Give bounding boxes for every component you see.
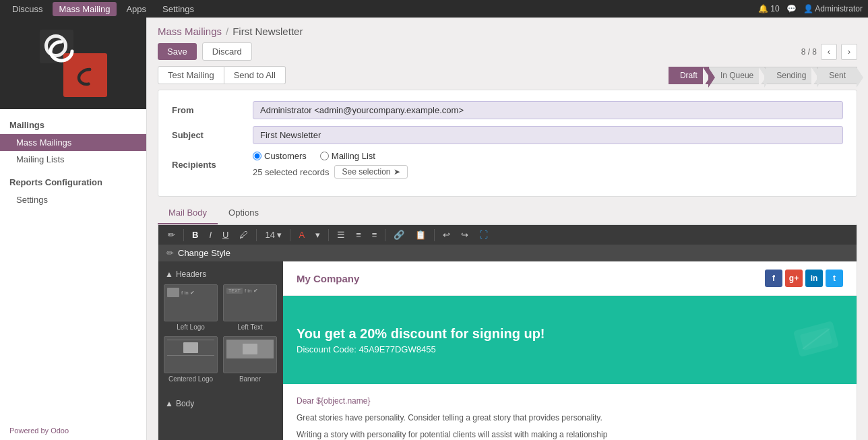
color-btn[interactable]: A [294, 228, 309, 242]
nav-apps[interactable]: Apps [119, 2, 153, 16]
test-mailing-button[interactable]: Test Mailing [158, 66, 224, 84]
template-centered-logo[interactable]: Centered Logo [164, 336, 218, 383]
fullscreen-btn[interactable]: ⛶ [475, 228, 492, 242]
company-name: My Company [297, 273, 359, 284]
ul-btn[interactable]: ☰ [333, 228, 349, 242]
email-banner: You get a 20% discount for signing up! D… [283, 296, 857, 384]
tabs-bar: Mail Body Options [158, 202, 857, 224]
nav-settings[interactable]: Settings [156, 2, 201, 16]
sidebar-item-settings[interactable]: Settings [0, 191, 146, 208]
breadcrumb-separator: / [226, 26, 228, 37]
nav-mass-mailing[interactable]: Mass Mailing [53, 2, 117, 16]
from-input[interactable] [253, 101, 843, 119]
banner-heading: You get a 20% discount for signing up! [297, 326, 545, 342]
table-btn[interactable]: 📋 [411, 228, 430, 242]
change-style-label[interactable]: Change Style [178, 248, 230, 258]
highlight-btn[interactable]: 🖊 [235, 228, 252, 242]
sidebar-item-mass-mailings[interactable]: Mass Mailings [0, 134, 146, 151]
edit-mode-btn[interactable]: ✏ [164, 228, 179, 242]
color-dropdown-btn[interactable]: ▾ [311, 228, 324, 242]
main-layout: Mailings Mass Mailings Mailing Lists Rep… [0, 18, 868, 440]
template-label-left-text: Left Text [223, 323, 277, 331]
editor-area: ✏ B I U 🖊 14 ▾ A ▾ ☰ ≡ ≡ 🔗 📋 ↩ [158, 224, 857, 440]
template-left-text[interactable]: TEXT f in ✔ Left Text [223, 284, 277, 331]
toolbar-sep-3 [290, 229, 290, 241]
template-left-logo[interactable]: f in ✔ Left Logo [164, 284, 218, 331]
bold-btn[interactable]: B [188, 228, 202, 242]
facebook-icon[interactable]: f [765, 270, 782, 287]
twitter-icon[interactable]: t [826, 270, 843, 287]
template-thumb-left-logo: f in ✔ [164, 284, 218, 321]
social-icons: f g+ in t [765, 270, 843, 287]
sidebar-nav: Mailings Mass Mailings Mailing Lists Rep… [0, 109, 146, 421]
main-toolbar: Save Discard 8 / 8 ‹ › [147, 42, 868, 66]
ol-btn[interactable]: ≡ [352, 228, 365, 242]
toolbar-sep-5 [385, 229, 385, 241]
subject-input[interactable] [253, 126, 843, 144]
from-row: From [172, 101, 843, 119]
template-label-left-logo: Left Logo [164, 323, 218, 331]
subject-label: Subject [172, 130, 253, 140]
email-banner-text: You get a 20% discount for signing up! D… [297, 326, 545, 354]
topnav-right: 🔔 10 💬 👤 Administrator [758, 4, 863, 13]
nav-discuss[interactable]: Discuss [5, 2, 50, 16]
template-thumb-banner [223, 336, 277, 373]
recipients-radio-group: Customers Mailing List [253, 151, 843, 161]
linkedin-icon[interactable]: in [805, 270, 823, 287]
template-thumb-centered-logo [164, 336, 218, 373]
align-btn[interactable]: ≡ [368, 228, 381, 242]
recipients-options: Customers Mailing List 25 selected recor… [253, 151, 843, 179]
headers-section-title: ▲ Headers [158, 267, 283, 282]
reports-section-title: Reports Configuration [0, 173, 146, 191]
page-counter: 8 / 8 [801, 47, 817, 57]
status-bar: Test Mailing Send to All Draft In Queue … [147, 66, 868, 90]
template-thumb-left-text: TEXT f in ✔ [223, 284, 277, 321]
template-banner[interactable]: Banner [223, 336, 277, 383]
body-section-title: ▲ Body [158, 396, 283, 411]
email-body-text1: Great stories have personality. Consider… [297, 412, 843, 425]
user-avatar[interactable]: 👤 Administrator [803, 4, 863, 13]
toolbar-sep-6 [434, 229, 435, 241]
breadcrumb-parent-link[interactable]: Mass Mailings [158, 26, 222, 37]
notification-icon[interactable]: 🔔 10 [758, 4, 780, 13]
undo-btn[interactable]: ↩ [439, 228, 454, 242]
tab-options[interactable]: Options [218, 202, 270, 224]
logo [40, 30, 107, 97]
editor-toolbar: ✏ B I U 🖊 14 ▾ A ▾ ☰ ≡ ≡ 🔗 📋 ↩ [158, 225, 857, 245]
prev-page-button[interactable]: ‹ [821, 44, 837, 60]
recipients-label: Recipients [172, 160, 253, 170]
sidebar-logo [0, 18, 146, 109]
discard-button[interactable]: Discard [202, 42, 252, 61]
italic-btn[interactable]: I [205, 228, 216, 242]
googleplus-icon[interactable]: g+ [785, 270, 803, 287]
template-label-centered-logo: Centered Logo [164, 375, 218, 383]
radio-mailing-list[interactable]: Mailing List [320, 151, 375, 161]
chat-icon[interactable]: 💬 [786, 4, 797, 13]
status-sending[interactable]: Sending [765, 67, 817, 84]
see-selection-button[interactable]: See selection ➤ [334, 165, 407, 179]
template-label-banner: Banner [223, 375, 277, 383]
email-preview: My Company f g+ in t You get a 20% disco… [283, 261, 857, 440]
breadcrumb-current: First Newsletter [232, 26, 303, 37]
next-page-button[interactable]: › [841, 44, 857, 60]
underline-btn[interactable]: U [218, 228, 232, 242]
recipients-row: Recipients Customers Mailing List 25 sel… [172, 151, 843, 179]
send-to-all-button[interactable]: Send to All [224, 66, 286, 84]
sidebar-item-mailing-lists[interactable]: Mailing Lists [0, 151, 146, 168]
font-size-btn[interactable]: 14 ▾ [261, 228, 286, 242]
redo-btn[interactable]: ↪ [457, 228, 472, 242]
save-button[interactable]: Save [158, 43, 197, 60]
radio-customers[interactable]: Customers [253, 151, 307, 161]
tab-mail-body[interactable]: Mail Body [158, 202, 218, 224]
subject-row: Subject [172, 126, 843, 144]
status-in-queue[interactable]: In Queue [709, 67, 765, 84]
email-dear: Dear ${object.name} [297, 395, 843, 408]
banner-icon [789, 312, 843, 368]
breadcrumb: Mass Mailings / First Newsletter [147, 18, 868, 42]
from-label: From [172, 105, 253, 115]
toolbar-right: 8 / 8 ‹ › [801, 44, 857, 60]
change-style-bar: ✏ Change Style [158, 245, 857, 261]
link-btn[interactable]: 🔗 [390, 228, 408, 242]
mailings-section-title: Mailings [0, 116, 146, 134]
headers-section: ▲ Headers f in ✔ [158, 261, 283, 391]
